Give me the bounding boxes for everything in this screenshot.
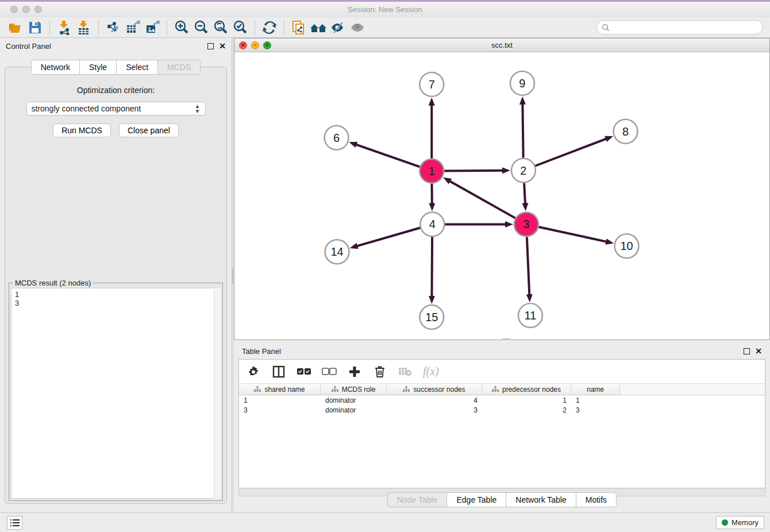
- select-caret-icon: ▲▼: [195, 103, 201, 114]
- table-settings-gear-icon[interactable]: [246, 364, 261, 379]
- graph-edge-arrowhead: [429, 296, 435, 304]
- table-cell[interactable]: 4: [387, 396, 482, 404]
- graph-edge-arrowhead: [429, 98, 435, 106]
- export-image-icon[interactable]: [143, 19, 162, 36]
- result-scrollbar[interactable]: [214, 288, 221, 499]
- run-mcds-button[interactable]: Run MCDS: [53, 124, 111, 137]
- hide-panels-icon[interactable]: [328, 19, 348, 36]
- select-all-columns-icon[interactable]: [297, 364, 311, 379]
- memory-label: Memory: [732, 518, 759, 527]
- close-panel-icon[interactable]: ✕: [219, 43, 226, 49]
- table-cell[interactable]: 1: [482, 396, 571, 404]
- close-panel-button[interactable]: Close panel: [119, 124, 179, 137]
- graph-edge-2-8[interactable]: [535, 138, 607, 166]
- graph-edge-1-2[interactable]: [444, 171, 504, 171]
- graph-node-label: 4: [429, 218, 436, 230]
- task-history-button[interactable]: [7, 516, 22, 530]
- table-cell[interactable]: 3: [239, 406, 321, 414]
- table-cell[interactable]: 1: [239, 396, 321, 404]
- unselect-all-columns-icon[interactable]: [322, 364, 337, 379]
- export-table-icon[interactable]: [123, 19, 143, 36]
- tab-node-table[interactable]: Node Table: [387, 492, 448, 507]
- column-header-name[interactable]: name: [571, 384, 620, 395]
- application-window: Session: New Session: [0, 0, 770, 532]
- tab-select[interactable]: Select: [117, 60, 158, 75]
- network-window-titlebar[interactable]: scc.txt ✕ − +: [234, 38, 769, 52]
- toolbar-separator: [255, 20, 255, 35]
- import-network-icon[interactable]: [55, 19, 74, 36]
- graph-edge-arrowhead: [349, 142, 357, 148]
- show-column-icon[interactable]: [271, 364, 286, 379]
- delete-table-icon[interactable]: [398, 364, 413, 379]
- export-network-icon[interactable]: [103, 19, 123, 36]
- graph-node-label: 15: [425, 311, 438, 323]
- column-header-label: successor nodes: [413, 385, 465, 394]
- graph-edge-2-9[interactable]: [522, 103, 523, 158]
- duplicate-network-icon[interactable]: [289, 19, 309, 36]
- close-table-panel-icon[interactable]: ✕: [755, 348, 762, 354]
- tab-edge-table[interactable]: Edge Table: [447, 492, 506, 507]
- graph-edge-arrowhead: [605, 238, 614, 245]
- mcds-result-text[interactable]: 1 3: [11, 288, 221, 499]
- table-cell[interactable]: 3: [387, 406, 482, 414]
- column-header-successor-nodes[interactable]: successor nodes: [387, 384, 482, 395]
- table-cell[interactable]: dominator: [321, 396, 387, 404]
- network-graph[interactable]: 7968124314101511: [234, 52, 769, 340]
- zoom-out-icon[interactable]: [191, 19, 211, 36]
- create-column-plus-icon[interactable]: [347, 364, 362, 379]
- status-bar: Memory: [0, 512, 770, 532]
- graph-edge-arrowhead: [605, 136, 613, 142]
- graph-edge-3-10[interactable]: [538, 227, 607, 242]
- mcds-result-title: MCDS result (2 nodes): [13, 279, 93, 287]
- graph-edge-4-14[interactable]: [356, 228, 420, 246]
- table-row[interactable]: 3dominator323: [239, 405, 765, 415]
- optimization-criterion-value: strongly connected component: [32, 104, 141, 113]
- optimization-criterion-select[interactable]: strongly connected component ▲▼: [26, 102, 206, 115]
- tab-motifs[interactable]: Motifs: [576, 492, 617, 507]
- graph-edge-3-1[interactable]: [449, 180, 515, 218]
- column-header-filler: [620, 384, 765, 395]
- delete-column-trash-icon[interactable]: [372, 364, 387, 379]
- tab-mcds[interactable]: MCDS: [158, 60, 201, 75]
- table-cell[interactable]: 2: [482, 406, 571, 414]
- float-panel-icon[interactable]: [207, 43, 214, 49]
- first-neighbors-icon[interactable]: [309, 19, 328, 36]
- tab-network-table[interactable]: Network Table: [506, 492, 576, 507]
- control-panel: Control Panel ✕ Network Style Select MCD…: [0, 38, 232, 512]
- show-graphics-details-icon[interactable]: [348, 19, 367, 36]
- graph-edge-1-6[interactable]: [355, 144, 420, 167]
- network-window-resize-grip[interactable]: [502, 338, 510, 340]
- open-folder-icon[interactable]: [6, 19, 25, 36]
- table-header-row: shared nameMCDS rolesuccessor nodesprede…: [239, 384, 765, 395]
- table-row[interactable]: 1dominator411: [239, 395, 765, 405]
- tab-style[interactable]: Style: [80, 60, 117, 75]
- table-body: 1dominator4113dominator323: [239, 395, 765, 415]
- table-cell[interactable]: 1: [571, 396, 620, 404]
- network-canvas[interactable]: 7968124314101511: [234, 52, 769, 340]
- zoom-selected-icon[interactable]: [230, 19, 250, 36]
- column-header-shared-name[interactable]: shared name: [239, 384, 321, 395]
- memory-button[interactable]: Memory: [716, 516, 764, 529]
- search-field[interactable]: [596, 20, 763, 34]
- column-header-predecessor-nodes[interactable]: predecessor nodes: [482, 384, 571, 395]
- search-input[interactable]: [613, 23, 763, 32]
- tab-network[interactable]: Network: [31, 60, 80, 75]
- table-cell[interactable]: dominator: [321, 406, 387, 414]
- graph-edge-3-11[interactable]: [527, 237, 530, 296]
- column-header-MCDS-role[interactable]: MCDS role: [321, 384, 387, 395]
- graph-edge-arrowhead: [502, 167, 510, 174]
- mcds-result-group: MCDS result (2 nodes) 1 3: [9, 283, 223, 501]
- save-session-icon[interactable]: [25, 19, 45, 36]
- import-table-icon[interactable]: [74, 19, 94, 36]
- table-cell[interactable]: 3: [571, 406, 620, 414]
- graph-node-label: 9: [519, 77, 525, 90]
- search-icon: [602, 24, 610, 32]
- float-table-panel-icon[interactable]: [744, 348, 750, 354]
- function-builder-icon[interactable]: f(x): [423, 364, 439, 379]
- refresh-icon[interactable]: [260, 19, 279, 36]
- zoom-in-icon[interactable]: [172, 19, 191, 36]
- graph-edge-2-3[interactable]: [524, 183, 525, 205]
- graph-edge-4-15[interactable]: [432, 237, 432, 298]
- zoom-fit-icon[interactable]: [211, 19, 230, 36]
- toolbar-separator: [98, 20, 99, 35]
